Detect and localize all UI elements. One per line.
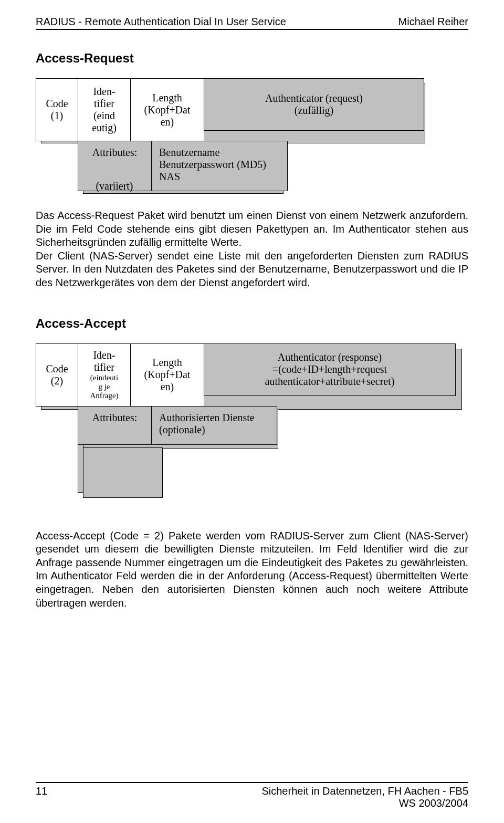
id-l3: (eind <box>93 110 115 122</box>
footer-right-line1: Sicherheit in Datennetzen, FH Aachen - F… <box>261 785 468 797</box>
field-identifier-2: Iden- tifier (eindeuti g je Anfrage) <box>78 343 130 407</box>
page-footer: 11 Sicherheit in Datennetzen, FH Aachen … <box>36 782 468 809</box>
code2-l2: (2) <box>51 375 63 387</box>
packet-access-accept: Code (2) Iden- tifier (eindeuti g je Anf… <box>36 343 468 512</box>
auth2-l3: authenticator+attribute+secret) <box>265 376 395 388</box>
code-label: Code <box>46 98 68 110</box>
id2-l2: tifier <box>94 361 114 373</box>
id2-l1: Iden- <box>93 349 115 361</box>
field-attributes-label-2: Attributes: <box>78 406 151 445</box>
id-l2: tifier <box>94 98 114 110</box>
field-identifier: Iden- tifier (eind eutig) <box>78 78 130 141</box>
heading-access-accept: Access-Accept <box>36 316 468 331</box>
auth-l2: (zufällig) <box>295 105 333 117</box>
auth2-l1: Authenticator (response) <box>278 351 382 363</box>
footer-rule <box>36 782 468 783</box>
len-l2: (Kopf+Dat <box>144 104 191 116</box>
id2-sm2: g je <box>98 382 110 391</box>
field-code: Code (1) <box>36 78 78 141</box>
field-attributes-values-2: Authorisierten Dienste (optionale) <box>151 406 277 445</box>
footer-right-line2: WS 2003/2004 <box>399 797 468 809</box>
code-value: (1) <box>51 110 63 122</box>
field-code-2: Code (2) <box>36 343 78 407</box>
header-rule <box>36 29 468 30</box>
len-l1: Length <box>152 92 182 104</box>
field-authenticator-2: Authenticator (response) =(code+ID+lengt… <box>204 343 456 396</box>
header-right: Michael Reiher <box>398 16 468 28</box>
field-attributes-values: Benutzername Benutzerpasswort (MD5) NAS <box>151 141 288 191</box>
variiert-label: (variiert) <box>78 155 151 192</box>
auth2-l2: =(code+ID+length+request <box>272 363 387 376</box>
footer-page-number: 11 <box>36 785 47 809</box>
paragraph-access-accept: Access-Accept (Code = 2) Pakete werden v… <box>36 529 468 610</box>
id2-sm1: (eindeuti <box>90 373 118 382</box>
field-length-2: Length (Kopf+Dat en) <box>130 343 204 407</box>
len2-l1: Length <box>152 357 182 369</box>
field-authenticator: Authenticator (request) (zufällig) <box>204 78 424 131</box>
id-l1: Iden- <box>93 86 115 98</box>
field-length: Length (Kopf+Dat en) <box>130 78 204 141</box>
id-l4: eutig) <box>92 122 117 134</box>
len2-l2: (Kopf+Dat <box>144 369 191 381</box>
packet-access-request: Code (1) Iden- tifier (eind eutig) Lengt… <box>36 78 468 191</box>
paragraph-access-request: Das Access-Request Paket wird benutzt um… <box>36 209 468 290</box>
id2-sm3: Anfrage) <box>90 391 118 400</box>
len-l3: en) <box>161 116 174 128</box>
code2-l1: Code <box>46 363 68 375</box>
len2-l3: en) <box>161 381 174 393</box>
header-left: RADIUS - Remote Authentication Dial In U… <box>36 16 286 28</box>
attr2-label-text: Attributes: <box>92 412 138 424</box>
page-header: RADIUS - Remote Authentication Dial In U… <box>36 16 468 28</box>
auth-l1: Authenticator (request) <box>265 92 363 105</box>
heading-access-request: Access-Request <box>36 51 468 66</box>
